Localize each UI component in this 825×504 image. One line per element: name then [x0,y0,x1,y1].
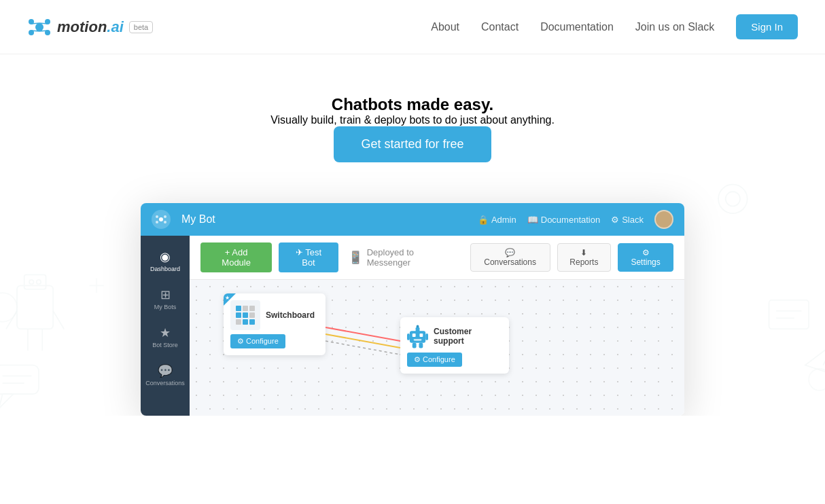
app-topbar-links: 🔒 Admin 📖 Documentation ⚙ Slack [478,215,644,225]
svg-rect-19 [0,365,39,395]
app-title: My Bot [181,213,467,226]
signin-button[interactable]: Sign In [736,14,798,39]
svg-line-8 [39,31,48,31]
node-support-title: Customer support [434,327,502,346]
app-toolbar: + Add Module ✈ Test Bot 📱 Deployed to Me… [190,236,684,280]
logo-icon [27,15,52,39]
nav-links: About Contact Documentation Join us on S… [431,14,798,39]
conversations-icon: 💬 [158,365,173,377]
sidebar-item-dashboard[interactable]: ◉ Dashboard [141,244,190,279]
add-module-button[interactable]: + Add Module [200,242,272,272]
mybots-icon: ⊞ [160,289,171,301]
app-body: ◉ Dashboard ⊞ My Bots ★ Bot Store 💬 Conv… [141,236,684,416]
sidebar-item-botstore[interactable]: ★ Bot Store [141,320,190,355]
messenger-icon: 📱 [348,250,363,265]
hero-headline: Chatbots made easy. [14,95,811,114]
svg-rect-9 [17,285,53,329]
node-support-btn: ⚙ Configure [400,353,509,374]
node-support-content: Customer support [400,317,509,353]
svg-rect-60 [407,334,410,340]
svg-point-18 [726,192,740,206]
svg-marker-20 [0,394,14,408]
svg-rect-54 [410,331,425,342]
dashboard-icon: ◉ [160,251,171,263]
topbar-admin[interactable]: 🔒 Admin [478,215,516,225]
user-avatar[interactable] [654,210,673,229]
svg-rect-10 [24,275,46,289]
svg-rect-39 [769,300,809,329]
sidebar-item-conversations[interactable]: 💬 Conversations [141,358,190,393]
cta-button[interactable]: Get started for free [334,126,491,162]
node-switchboard-title: Switchboard [266,310,315,320]
botstore-icon: ★ [160,327,171,339]
svg-point-59 [417,325,419,327]
svg-point-11 [29,280,33,284]
svg-line-6 [39,23,48,24]
svg-rect-62 [412,343,417,348]
svg-rect-57 [414,339,422,341]
svg-point-49 [159,217,163,221]
reports-button[interactable]: ⬇ Reports [557,243,612,272]
hero-section: Chatbots made easy. Visually build, trai… [0,54,825,416]
svg-marker-42 [805,344,825,373]
robot-icon [407,324,428,348]
svg-point-45 [809,369,825,391]
svg-rect-55 [412,334,416,337]
hero-subheadline: Visually build, train & deploy bots to d… [14,114,811,126]
svg-line-7 [31,31,39,31]
topbar-slack[interactable]: ⚙ Slack [611,215,644,225]
star-icon: ★ [225,295,230,301]
svg-rect-61 [425,334,428,340]
topbar-docs[interactable]: 📖 Documentation [527,215,600,225]
svg-point-53 [164,221,166,223]
deployed-badge: 📱 Deployed to Messenger [348,247,457,268]
svg-point-44 [0,293,17,322]
svg-line-65 [326,334,400,348]
node-customer-support[interactable]: Customer support ⚙ Configure [400,317,509,374]
app-main: + Add Module ✈ Test Bot 📱 Deployed to Me… [190,236,684,416]
app-canvas[interactable]: ★ Switchboard [190,280,684,416]
app-preview: My Bot 🔒 Admin 📖 Documentation ⚙ Slack ◉… [141,203,684,416]
node-switchboard[interactable]: ★ Switchboard [224,293,326,355]
node-switchboard-btn: ⚙ Configure [224,334,326,355]
svg-line-66 [326,341,400,355]
svg-line-14 [53,311,64,329]
app-logo-icon [152,210,171,229]
svg-rect-58 [416,327,420,332]
conversations-button[interactable]: 💬 Conversations [470,243,550,272]
logo-text: motion.ai [57,18,124,36]
svg-rect-63 [419,343,423,348]
beta-badge: beta [129,21,153,33]
svg-point-50 [156,215,158,218]
nav-link-about[interactable]: About [431,21,459,33]
svg-point-12 [37,280,41,284]
logo[interactable]: motion.ai beta [27,15,153,39]
svg-point-52 [156,221,158,223]
configure-support-button[interactable]: ⚙ Configure [407,353,462,367]
navbar: motion.ai beta About Contact Documentati… [0,0,825,54]
sidebar-item-mybots[interactable]: ⊞ My Bots [141,282,190,317]
svg-point-0 [35,23,43,31]
svg-point-17 [718,185,748,214]
svg-rect-56 [419,334,423,337]
nav-link-docs[interactable]: Documentation [540,21,614,33]
settings-button[interactable]: ⚙ Settings [618,243,673,272]
svg-line-5 [31,23,39,24]
svg-line-64 [326,327,400,341]
nav-link-contact[interactable]: Contact [481,21,519,33]
svg-point-51 [164,215,166,218]
app-topbar: My Bot 🔒 Admin 📖 Documentation ⚙ Slack [141,203,684,236]
test-bot-button[interactable]: ✈ Test Bot [279,242,338,272]
node-switchboard-content: Switchboard [224,293,326,334]
app-sidebar: ◉ Dashboard ⊞ My Bots ★ Bot Store 💬 Conv… [141,236,190,416]
configure-switchboard-button[interactable]: ⚙ Configure [230,334,285,348]
nav-link-slack[interactable]: Join us on Slack [635,21,715,33]
